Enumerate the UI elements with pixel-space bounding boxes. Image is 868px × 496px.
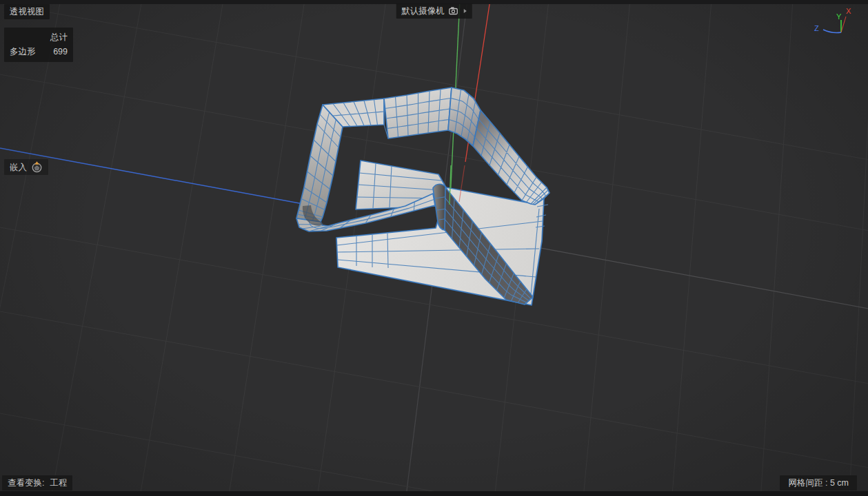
viewport-3d[interactable]: 透视视图 默认摄像机 总计 多边形 699 嵌入 查看变换: 工程 网格间距 :… xyxy=(0,0,868,496)
axis-gizmo[interactable]: X Y Z xyxy=(805,3,862,43)
stats-row-polygons: 多边形 699 xyxy=(10,45,68,59)
stats-row-value: 699 xyxy=(53,45,68,59)
camera-menu-button[interactable]: 默认摄像机 xyxy=(396,3,472,19)
view-menu-label: 透视视图 xyxy=(10,7,44,17)
model-mesh[interactable] xyxy=(296,87,549,305)
camera-menu-label: 默认摄像机 xyxy=(401,6,445,17)
status-grid-spacing: 网格间距 : 5 cm xyxy=(780,475,857,490)
status-view-transform: 查看变换: 工程 xyxy=(2,475,72,490)
embed-tag[interactable]: 嵌入 xyxy=(4,159,48,175)
scene-canvas xyxy=(0,0,868,496)
stats-header: 总计 xyxy=(10,30,68,45)
embed-tag-label: 嵌入 xyxy=(10,162,27,173)
status-view-transform-label: 查看变换: xyxy=(8,477,44,488)
status-view-transform-value: 工程 xyxy=(50,477,67,488)
face-left-band xyxy=(296,105,343,222)
stats-row-label: 多边形 xyxy=(10,45,36,59)
axis-gizmo-x-label: X xyxy=(846,7,851,15)
bottom-edge-bar xyxy=(0,491,868,496)
stats-panel: 总计 多边形 699 xyxy=(4,28,73,62)
axis-ball-icon xyxy=(31,161,43,173)
status-grid-spacing-label: 网格间距 : 5 cm xyxy=(788,478,849,488)
axis-gizmo-y-label: Y xyxy=(836,12,842,21)
dropdown-arrow-icon xyxy=(464,9,467,13)
view-menu-button[interactable]: 透视视图 xyxy=(4,4,50,19)
axis-gizmo-lines xyxy=(823,17,846,33)
axis-gizmo-z-label: Z xyxy=(814,24,819,32)
camera-icon xyxy=(449,7,460,15)
